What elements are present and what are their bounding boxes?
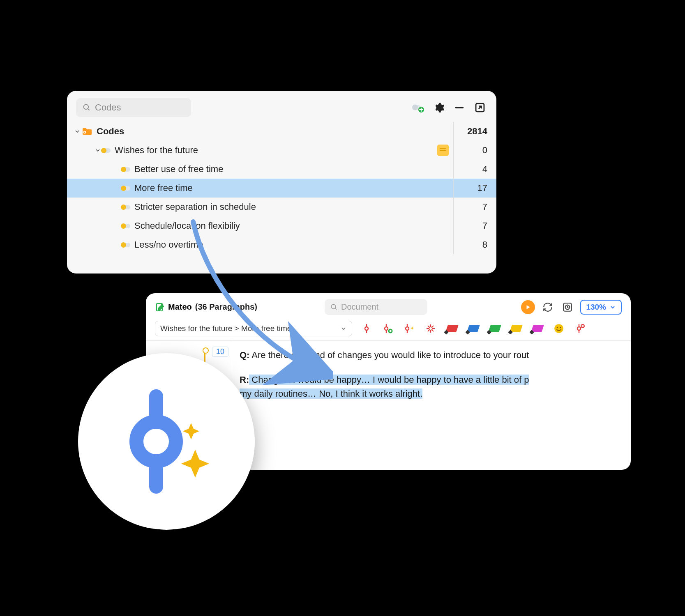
play-button[interactable] — [521, 300, 535, 314]
svg-point-0 — [84, 105, 89, 110]
svg-line-28 — [432, 330, 434, 331]
code-label: Better use of free time — [134, 164, 452, 175]
svg-point-3 — [412, 105, 418, 110]
code-label: Schedule/location flexibiliy — [134, 221, 452, 231]
svg-point-32 — [557, 327, 558, 328]
svg-point-35 — [577, 327, 581, 330]
code-row[interactable]: Schedule/location flexibiliy7 — [67, 216, 496, 235]
emoji-button[interactable] — [552, 322, 566, 336]
highlighter-button[interactable] — [466, 322, 480, 336]
code-group-row[interactable]: Wishes for the future 0 — [67, 141, 496, 160]
popout-button[interactable] — [473, 100, 487, 115]
code-group-label: Wishes for the future — [115, 145, 437, 156]
memo-icon[interactable] — [437, 145, 449, 156]
svg-line-29 — [432, 326, 434, 327]
invivo-icon — [425, 323, 436, 334]
smiley-icon — [554, 323, 564, 334]
r-text-line2: my daily routines… No, I think it works … — [240, 388, 422, 399]
codes-panel: Codes — [67, 91, 496, 274]
svg-point-16 — [365, 327, 368, 330]
highlighter-button[interactable] — [530, 322, 544, 336]
codes-panel-header: Codes — [67, 91, 496, 120]
code-color-icon — [122, 205, 130, 209]
code-breadcrumb-select[interactable]: Wishes for the future > More free time — [155, 321, 352, 336]
refresh-button[interactable] — [541, 300, 555, 314]
code-color-icon — [122, 167, 130, 172]
minus-icon — [454, 102, 465, 113]
r-label: R: — [240, 375, 249, 385]
caret-down-icon[interactable] — [73, 128, 82, 135]
zoom-value: 130% — [586, 303, 606, 312]
svg-point-21 — [406, 327, 409, 330]
highlighter-button[interactable] — [509, 322, 523, 336]
highlighter-button[interactable] — [488, 322, 502, 336]
document-search-input[interactable]: Document — [325, 299, 427, 315]
svg-point-33 — [560, 327, 561, 328]
settings-button[interactable] — [431, 100, 446, 115]
highlighter-icon — [467, 325, 480, 332]
codes-root-row[interactable]: Codes 2814 — [67, 122, 496, 141]
highlighter-icon — [445, 325, 459, 332]
svg-line-30 — [428, 330, 429, 331]
clock-box-icon — [562, 302, 573, 313]
code-node-button[interactable] — [360, 322, 374, 336]
code-add-icon — [383, 323, 393, 334]
code-row[interactable]: Better use of free time4 — [67, 160, 496, 179]
code-row[interactable]: More free time17 — [67, 179, 496, 198]
code-count: 7 — [452, 221, 487, 231]
invivo-code-button[interactable] — [424, 322, 438, 336]
document-secondary-toolbar: Wishes for the future > More free time — [146, 319, 631, 341]
play-icon — [525, 304, 531, 310]
highlighter-icon — [510, 325, 523, 332]
codes-root-label: Codes — [97, 126, 452, 137]
code-row[interactable]: Stricter separation in schedule7 — [67, 198, 496, 216]
minimize-button[interactable] — [452, 100, 467, 115]
search-icon — [83, 103, 91, 112]
paragraph-number[interactable]: 10 — [212, 347, 228, 357]
ai-code-button[interactable] — [402, 322, 416, 336]
codes-search-placeholder: Codes — [95, 102, 121, 113]
document-title: Mateo (36 Paragraphs) — [155, 302, 257, 312]
codes-folder-icon — [82, 126, 92, 136]
code-count: 17 — [452, 183, 487, 193]
codes-search-input[interactable]: Codes — [76, 98, 191, 117]
code-remove-icon — [575, 323, 585, 334]
q-text: Are there any kind of changes you would … — [249, 350, 529, 360]
code-label: Stricter separation in schedule — [134, 202, 452, 212]
refresh-icon — [542, 302, 553, 313]
svg-line-27 — [428, 326, 429, 327]
codes-root-count: 2814 — [452, 126, 487, 137]
chevron-down-icon — [340, 325, 347, 332]
new-code-button[interactable] — [411, 100, 426, 115]
breadcrumb-text: Wishes for the future > More free time — [160, 324, 291, 333]
question-paragraph: Q: Are there any kind of changes you wou… — [240, 348, 631, 362]
chevron-down-icon — [609, 304, 616, 310]
svg-point-18 — [385, 327, 388, 330]
code-count: 8 — [452, 239, 487, 250]
code-color-icon — [122, 243, 130, 247]
search-icon — [330, 303, 338, 311]
add-code-button[interactable] — [381, 322, 395, 336]
document-text[interactable]: Q: Are there any kind of changes you wou… — [232, 341, 631, 467]
code-row[interactable]: Less/no overtime8 — [67, 235, 496, 254]
highlighter-icon — [531, 325, 544, 332]
code-node-icon — [362, 323, 371, 334]
code-label: Less/no overtime — [134, 239, 452, 250]
code-label: More free time — [134, 183, 452, 193]
code-color-icon — [122, 224, 130, 228]
document-name: Mateo — [168, 302, 192, 312]
gear-icon — [433, 102, 445, 113]
svg-point-31 — [554, 324, 563, 333]
timestamp-button[interactable] — [560, 300, 574, 314]
code-count: 4 — [452, 164, 487, 175]
edit-doc-icon[interactable] — [155, 302, 165, 312]
highlighter-button[interactable] — [445, 322, 459, 336]
highlighter-icon — [488, 325, 501, 332]
zoom-selector[interactable]: 130% — [580, 300, 622, 315]
code-color-icon — [122, 186, 130, 191]
feature-badge — [78, 353, 255, 530]
codes-tree: Codes 2814 Wishes for the future 0 Bette… — [67, 120, 496, 254]
remove-code-button[interactable] — [573, 322, 587, 336]
document-meta: (36 Paragraphs) — [195, 302, 257, 312]
svg-point-22 — [429, 327, 432, 330]
